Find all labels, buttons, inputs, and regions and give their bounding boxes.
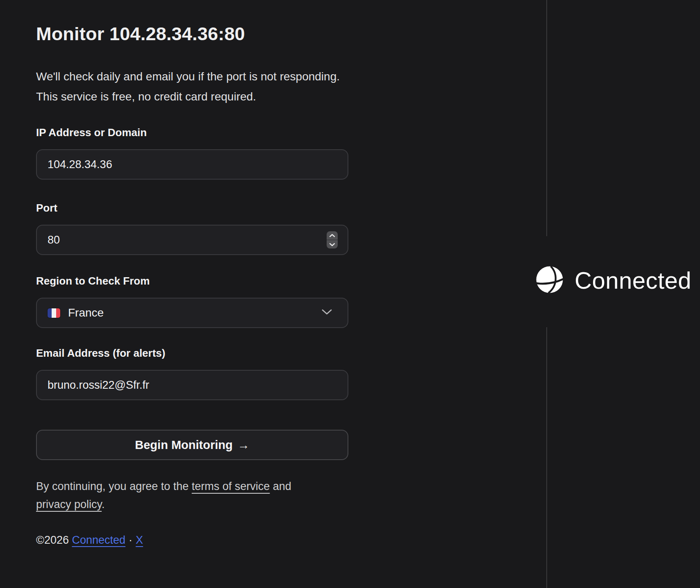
- monitor-form-panel: Monitor 104.28.34.36:80 We'll check dail…: [36, 0, 348, 547]
- region-select[interactable]: France: [36, 298, 348, 328]
- begin-monitoring-label: Begin Monitoring: [135, 438, 232, 452]
- page-description-line2: This service is free, no credit card req…: [36, 87, 348, 107]
- vertical-divider-bottom: [546, 327, 547, 588]
- region-field-label: Region to Check From: [36, 274, 348, 288]
- copyright-text: ©2026: [36, 534, 69, 546]
- stepper-down-icon[interactable]: [327, 240, 338, 248]
- region-field-group: Region to Check From France: [36, 274, 348, 328]
- stepper-up-icon[interactable]: [327, 231, 338, 239]
- page-description: We'll check daily and email you if the p…: [36, 66, 348, 107]
- footer-connected-link[interactable]: Connected: [72, 534, 125, 546]
- legal-middle: and: [270, 480, 291, 492]
- chevron-down-icon: [322, 309, 332, 317]
- port-input-shell: [36, 225, 348, 255]
- terms-of-service-link[interactable]: terms of service: [192, 480, 270, 492]
- legal-text: By continuing, you agree to the terms of…: [36, 477, 307, 513]
- ip-input-shell: [36, 149, 348, 180]
- ip-field-label: IP Address or Domain: [36, 125, 348, 139]
- email-input-shell: [36, 370, 348, 400]
- footer-x-link[interactable]: X: [136, 534, 143, 546]
- arrow-right-icon: →: [238, 438, 250, 452]
- email-field-label: Email Address (for alerts): [36, 346, 348, 360]
- port-field-label: Port: [36, 201, 348, 215]
- email-input[interactable]: [36, 370, 348, 400]
- port-field-group: Port: [36, 201, 348, 255]
- copyright-row: ©2026 Connected·X: [36, 534, 348, 547]
- port-input[interactable]: [36, 225, 348, 255]
- ip-address-input[interactable]: [36, 149, 348, 180]
- ip-field-group: IP Address or Domain: [36, 125, 348, 180]
- region-select-value: France: [68, 306, 104, 319]
- brand-logo: Connected: [532, 263, 691, 298]
- vertical-divider-top: [546, 0, 547, 236]
- legal-prefix: By continuing, you agree to the: [36, 480, 192, 492]
- france-flag-icon: [48, 308, 60, 318]
- email-field-group: Email Address (for alerts): [36, 346, 348, 400]
- begin-monitoring-button[interactable]: Begin Monitoring →: [36, 430, 348, 460]
- page-title: Monitor 104.28.34.36:80: [36, 22, 348, 46]
- brand-name: Connected: [575, 264, 691, 297]
- port-stepper[interactable]: [327, 231, 338, 248]
- monitor-page: Monitor 104.28.34.36:80 We'll check dail…: [0, 0, 700, 588]
- globe-icon: [532, 263, 567, 298]
- legal-suffix: .: [102, 498, 105, 511]
- page-description-line1: We'll check daily and email you if the p…: [36, 66, 348, 87]
- privacy-policy-link[interactable]: privacy policy: [36, 498, 102, 511]
- footer-separator: ·: [129, 534, 132, 546]
